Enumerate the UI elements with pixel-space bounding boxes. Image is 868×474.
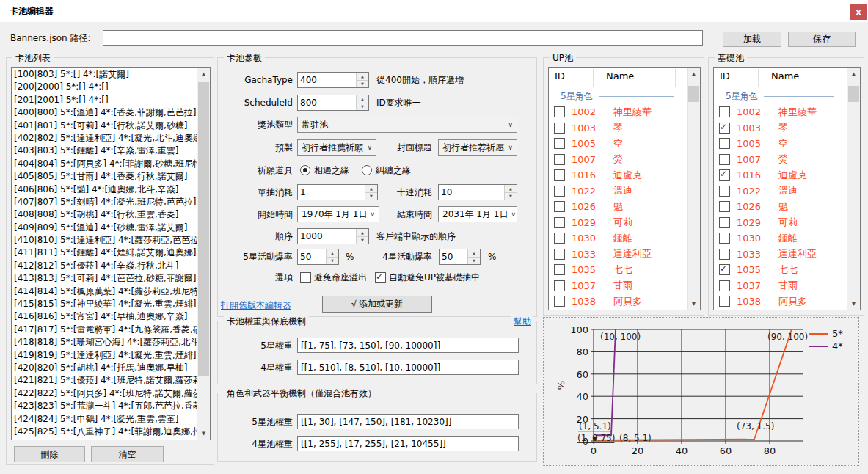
list-item[interactable]: [403|803] 5*:[鍾離] 4*:[辛焱,雷澤,重雲]	[12, 145, 197, 157]
scroll-up-icon[interactable]: ▲	[847, 68, 860, 80]
list-item[interactable]: [418|818] 5*:[珊瑚宮心海] 4*:[蘿莎莉亞,北斗,行秋]	[12, 336, 197, 349]
pool-row[interactable]: 1033達達利亞	[714, 247, 847, 263]
pool-row[interactable]: 1026魈	[549, 199, 688, 215]
spin-up-icon[interactable]: ▲	[505, 185, 517, 193]
row-checkbox[interactable]	[554, 296, 565, 307]
row-checkbox[interactable]	[554, 123, 565, 134]
list-item[interactable]: [422|822] 5*:[阿貝多] 4*:[班尼特,諾艾爾,蘿莎莉亞]	[12, 387, 197, 400]
pool-row[interactable]: 1003琴	[549, 120, 688, 136]
ten-cost-input[interactable]	[439, 185, 504, 200]
cover-title-combo[interactable]: 初行者推荐祈愿 ∨	[438, 139, 517, 156]
spin-down-icon[interactable]: ▼	[505, 193, 517, 200]
scroll-up-icon[interactable]: ▲	[688, 68, 700, 80]
gachatype-input[interactable]	[298, 73, 356, 87]
pool-row[interactable]: 1005空	[549, 136, 688, 152]
pool-row[interactable]: 1029可莉	[549, 215, 688, 231]
pool-row[interactable]: 1038阿貝多	[714, 293, 847, 310]
pool-row[interactable]: 1029可莉	[714, 215, 847, 231]
pool-type-combo[interactable]: 常驻池 ∨	[297, 117, 517, 133]
row-checkbox[interactable]	[554, 106, 565, 117]
list-item[interactable]: [412|812] 5*:[優菈] 4*:[辛焱,行秋,北斗]	[12, 260, 197, 272]
pool-list-scrollbar[interactable]: ▲ ▼	[197, 68, 210, 440]
order-input[interactable]	[298, 229, 356, 244]
save-button[interactable]: 保存	[788, 32, 856, 47]
row-checkbox[interactable]	[554, 280, 565, 291]
gachatype-spinner[interactable]: ▲▼	[297, 72, 369, 88]
banners-path-input[interactable]	[103, 30, 703, 46]
pool-row[interactable]: 1038阿貝多	[549, 293, 688, 310]
pool-listbox[interactable]: [100|803] 5*:[] 4*:[諾艾爾][200|2000] 5*:[]…	[11, 67, 211, 440]
pool-row[interactable]: 1002神里綾華	[549, 104, 688, 120]
row-checkbox[interactable]	[719, 217, 730, 228]
row-checkbox[interactable]	[719, 154, 730, 165]
list-item[interactable]: [417|817] 5*:[雷電將軍] 4*:[九條裟羅,香菱,砂糖]	[12, 324, 197, 336]
list-item[interactable]: [400|800] 5*:[溫迪] 4*:[香菱,菲謝爾,芭芭拉]	[12, 106, 197, 119]
weight5-input[interactable]	[297, 338, 519, 353]
spin-up-icon[interactable]: ▲	[468, 249, 480, 258]
row-checkbox[interactable]	[719, 169, 730, 181]
pool-row[interactable]: 1007熒	[549, 152, 688, 168]
pool-row[interactable]: 1022溫迪	[714, 183, 847, 200]
list-item[interactable]: [409|809] 5*:[溫迪] 4*:[砂糖,雷澤,諾艾爾]	[12, 222, 197, 234]
scroll-thumb[interactable]	[848, 86, 859, 102]
list-item[interactable]: [423|823] 5*:[荒瀧一斗] 4*:[五郎,芭芭拉,香菱]	[12, 400, 197, 412]
row-checkbox[interactable]	[719, 138, 730, 149]
row-checkbox[interactable]	[554, 169, 565, 181]
list-item[interactable]: [414|814] 5*:[楓原萬葉] 4*:[蘿莎莉亞,班尼特,雷澤]	[12, 285, 197, 298]
pool-row[interactable]: 1035七七	[549, 262, 688, 278]
row-checkbox[interactable]	[719, 201, 730, 212]
list-item[interactable]: [419|819] 5*:[達達利亞] 4*:[凝光,重雲,煙緋]	[12, 349, 197, 362]
spin-up-icon[interactable]: ▲	[357, 229, 368, 237]
pool-row[interactable]: 1026魈	[714, 199, 847, 215]
row-checkbox[interactable]	[554, 217, 565, 228]
row-checkbox[interactable]	[554, 249, 565, 260]
list-item[interactable]: [425|825] 5*:[八重神子] 4*:[菲謝爾,迪奧娜,托馬]	[12, 426, 197, 438]
scroll-down-icon[interactable]: ▼	[197, 427, 210, 440]
close-button[interactable]: x	[850, 4, 867, 20]
row-checkbox[interactable]	[719, 186, 730, 197]
row-checkbox[interactable]	[719, 280, 730, 291]
pool-row[interactable]: 1037甘雨	[714, 278, 847, 294]
spin-up-icon[interactable]: ▲	[357, 95, 368, 103]
delete-button[interactable]: 刪除	[14, 446, 85, 462]
spin-down-icon[interactable]: ▼	[327, 258, 338, 265]
list-item[interactable]: [410|810] 5*:[達達利亞] 4*:[蘿莎莉亞,芭芭拉,菲謝爾]	[12, 234, 197, 247]
list-item[interactable]: [421|821] 5*:[優菈] 4*:[班尼特,諾艾爾,蘿莎莉亞]	[12, 374, 197, 387]
row-checkbox[interactable]	[554, 233, 565, 244]
list-item[interactable]: [408|808] 5*:[胡桃] 4*:[行秋,重雲,香菱]	[12, 208, 197, 221]
spin-down-icon[interactable]: ▼	[357, 81, 368, 88]
list-item[interactable]: [100|803] 5*:[] 4*:[諾艾爾]	[12, 68, 197, 81]
list-item[interactable]: [416|816] 5*:[宵宮] 4*:[早柚,迪奧娜,辛焱]	[12, 310, 197, 323]
scheduleid-input[interactable]	[298, 95, 356, 110]
pool-row[interactable]: 1035七七	[714, 262, 847, 278]
pool-row[interactable]: 1022溫迪	[549, 183, 688, 200]
single-cost-input[interactable]	[298, 185, 365, 200]
clear-button[interactable]: 清空	[91, 446, 164, 462]
row-checkbox[interactable]	[554, 201, 565, 212]
pool-row[interactable]: 1003琴	[714, 120, 847, 136]
scroll-down-icon[interactable]: ▼	[688, 297, 700, 310]
list-item[interactable]: [401|801] 5*:[可莉] 4*:[行秋,諾艾爾,砂糖]	[12, 120, 197, 132]
list-item[interactable]: [413|813] 5*:[可莉] 4*:[芭芭拉,砂糖,菲謝爾]	[12, 272, 197, 285]
pool-row[interactable]: 1005空	[714, 136, 847, 152]
row-checkbox[interactable]	[554, 154, 565, 165]
list-item[interactable]: [201|2001] 5*:[] 4*:[]	[12, 94, 197, 106]
pool-row[interactable]: 1037甘雨	[549, 278, 688, 294]
scroll-up-icon[interactable]: ▲	[197, 68, 210, 80]
pool-row[interactable]: 1016迪盧克	[714, 167, 847, 183]
spin-down-icon[interactable]: ▼	[357, 237, 368, 244]
row-checkbox[interactable]	[554, 138, 565, 149]
order-spinner[interactable]: ▲▼	[297, 228, 369, 244]
checkbox-avoid-constellation-overflow[interactable]	[300, 272, 311, 283]
row-checkbox[interactable]	[719, 123, 730, 134]
list-item[interactable]: [404|804] 5*:[阿貝多] 4*:[菲謝爾,砂糖,班尼特]	[12, 158, 197, 170]
list-item[interactable]: [420|820] 5*:[胡桃] 4*:[托馬,迪奧娜,早柚]	[12, 362, 197, 374]
checkbox-avoid-up-in-base[interactable]	[375, 272, 386, 283]
pool-row[interactable]: 1033達達利亞	[549, 247, 688, 263]
list-item[interactable]: [200|2000] 5*:[] 4*:[]	[12, 81, 197, 93]
ten-cost-spinner[interactable]: ▲▼	[438, 184, 517, 200]
scroll-thumb[interactable]	[198, 82, 209, 376]
list-item[interactable]: [424|824] 5*:[申鶴] 4*:[凝光,重雲,雲堇]	[12, 413, 197, 426]
pool-row[interactable]: 1002神里綾華	[714, 104, 847, 120]
end-time-picker[interactable]: 2031年 1月 1日 ∨	[438, 206, 517, 222]
